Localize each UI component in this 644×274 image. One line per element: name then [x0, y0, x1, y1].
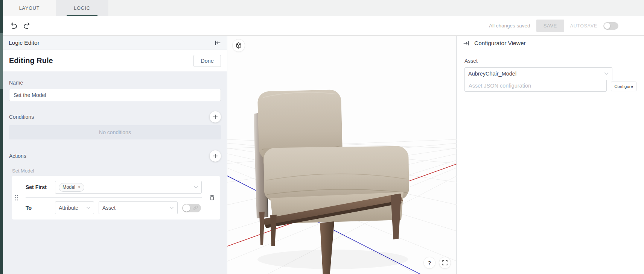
drag-handle[interactable]: [14, 194, 19, 201]
add-action-button[interactable]: [210, 150, 221, 162]
autosave-label: AUTOSAVE: [570, 23, 597, 29]
set-first-select[interactable]: Model ×: [55, 181, 202, 194]
model-chip: Model ×: [59, 183, 84, 192]
tab-bar: LAYOUT LOGIC: [3, 0, 644, 16]
collapse-right-icon: [463, 40, 469, 46]
redo-button[interactable]: [20, 21, 32, 31]
to-type-select[interactable]: Attribute: [55, 201, 94, 214]
configurator-viewer-title: Configurator Viewer: [474, 40, 526, 47]
cube-icon: [235, 42, 242, 49]
nav-scroll-indicator: [0, 33, 3, 89]
link-icon: [192, 206, 198, 210]
chevron-down-icon: [194, 186, 198, 189]
asset-select-value: AubreyChair_Model: [468, 71, 516, 77]
autosave-toggle[interactable]: [603, 22, 618, 30]
rule-name-input[interactable]: [9, 89, 221, 101]
conditions-label: Conditions: [9, 114, 34, 120]
plus-icon: [213, 114, 218, 120]
fullscreen-button[interactable]: [439, 257, 451, 269]
logic-editor-header: Logic Editor: [3, 36, 227, 50]
trash-icon: [209, 194, 215, 201]
collapse-panel-button[interactable]: [215, 40, 221, 46]
chevron-down-icon: [86, 207, 90, 209]
asset-json-input[interactable]: [464, 80, 607, 92]
chevron-down-icon: [170, 207, 174, 209]
fullscreen-icon: [442, 260, 448, 266]
action-group-label: Set Model: [12, 168, 221, 174]
model-chip-label: Model: [62, 185, 75, 190]
chip-remove-icon[interactable]: ×: [78, 185, 81, 190]
configurator-viewer-panel: Configurator Viewer Asset AubreyChair_Mo…: [457, 36, 644, 274]
actions-label: Actions: [9, 153, 26, 159]
collapse-left-icon: [215, 40, 221, 46]
editing-rule-card: Editing Rule Done: [3, 50, 227, 71]
add-condition-button[interactable]: [210, 111, 221, 123]
toolbar: All changes saved SAVE AUTOSAVE: [3, 16, 644, 36]
tab-layout-label: LAYOUT: [19, 6, 40, 11]
save-button[interactable]: SAVE: [536, 20, 564, 32]
help-button[interactable]: ?: [423, 257, 435, 269]
3d-scene: [227, 36, 457, 274]
to-label: To: [26, 205, 55, 211]
autosave-toggle-knob: [604, 23, 610, 29]
undo-icon: [10, 22, 19, 30]
to-value-select[interactable]: Asset: [99, 201, 178, 214]
plus-icon: [213, 153, 218, 159]
help-glyph: ?: [428, 260, 431, 266]
configure-button[interactable]: Configure: [611, 82, 636, 91]
undo-button[interactable]: [8, 21, 20, 31]
logic-editor-title: Logic Editor: [9, 39, 40, 46]
asset-label: Asset: [464, 58, 636, 64]
expand-panel-button[interactable]: [463, 40, 469, 46]
delete-action-button[interactable]: [209, 194, 215, 201]
to-value-text: Asset: [102, 205, 116, 211]
no-conditions-box: No conditions: [9, 125, 221, 139]
done-button[interactable]: Done: [193, 55, 221, 67]
app-nav-strip[interactable]: [0, 0, 3, 274]
asset-select[interactable]: AubreyChair_Model: [464, 67, 612, 80]
no-conditions-text: No conditions: [99, 129, 131, 135]
configurator-viewer-header: Configurator Viewer: [457, 36, 644, 51]
name-label: Name: [9, 80, 221, 86]
orbit-home-button[interactable]: [232, 39, 245, 52]
to-type-value: Attribute: [59, 205, 78, 211]
link-toggle[interactable]: [182, 204, 201, 212]
drag-dots-icon: [14, 194, 19, 201]
tab-logic[interactable]: LOGIC: [56, 0, 108, 16]
tab-logic-label: LOGIC: [74, 6, 90, 11]
set-model-action-card: Set First Model × To Attribute: [12, 176, 220, 220]
chevron-down-icon: [604, 72, 609, 75]
editing-rule-heading: Editing Rule: [9, 56, 53, 65]
link-toggle-knob: [183, 204, 190, 212]
tab-layout[interactable]: LAYOUT: [3, 0, 56, 16]
3d-viewer-canvas[interactable]: ?: [227, 36, 457, 274]
chair-model: [254, 89, 409, 274]
save-status-text: All changes saved: [489, 23, 530, 29]
action-divider: [26, 197, 202, 198]
logic-editor-panel: Logic Editor Editing Rule Done Name Cond…: [3, 36, 227, 274]
set-first-label: Set First: [26, 184, 55, 190]
redo-icon: [22, 22, 31, 30]
